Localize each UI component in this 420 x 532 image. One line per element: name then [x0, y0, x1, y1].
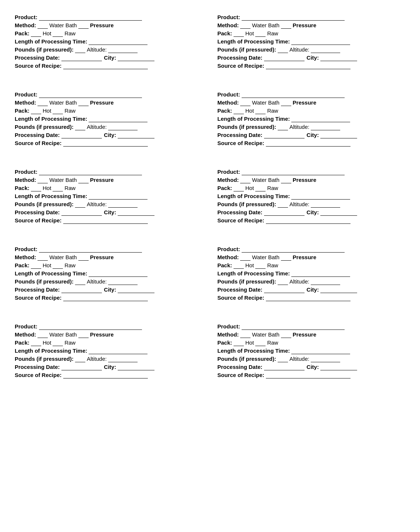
method-blank2[interactable] — [281, 22, 291, 29]
pounds-blank[interactable] — [278, 278, 288, 285]
city-field[interactable] — [118, 54, 154, 61]
pounds-blank[interactable] — [278, 356, 288, 362]
source-field[interactable] — [63, 140, 148, 147]
source-field[interactable] — [266, 295, 350, 301]
pack-blank2[interactable] — [53, 185, 63, 191]
length-field[interactable] — [89, 38, 147, 45]
product-field[interactable] — [242, 323, 345, 330]
pounds-blank[interactable] — [75, 124, 85, 130]
pack-blank1[interactable] — [234, 339, 244, 346]
pack-blank1[interactable] — [31, 339, 41, 346]
pack-blank2[interactable] — [53, 262, 63, 269]
method-blank1[interactable] — [38, 254, 48, 261]
product-field[interactable] — [242, 91, 345, 98]
date-field[interactable] — [61, 286, 102, 293]
method-blank1[interactable] — [38, 22, 48, 29]
product-field[interactable] — [39, 169, 142, 175]
length-field[interactable] — [89, 348, 147, 354]
city-field[interactable] — [118, 364, 154, 370]
altitude-field[interactable] — [108, 201, 138, 208]
date-field[interactable] — [61, 364, 102, 370]
length-field[interactable] — [291, 193, 350, 200]
pack-blank2[interactable] — [255, 30, 266, 37]
pack-blank2[interactable] — [255, 262, 266, 269]
source-field[interactable] — [63, 63, 148, 69]
pounds-blank[interactable] — [75, 201, 85, 208]
pack-blank1[interactable] — [234, 262, 244, 269]
pack-blank1[interactable] — [234, 185, 244, 191]
length-field[interactable] — [291, 270, 350, 277]
city-field[interactable] — [118, 132, 154, 138]
method-blank1[interactable] — [38, 99, 48, 106]
city-field[interactable] — [320, 286, 357, 293]
length-field[interactable] — [291, 38, 350, 45]
product-field[interactable] — [39, 14, 142, 21]
method-blank1[interactable] — [240, 331, 250, 338]
method-blank2[interactable] — [281, 254, 291, 261]
pounds-blank[interactable] — [278, 46, 288, 53]
method-blank2[interactable] — [78, 22, 89, 29]
pounds-blank[interactable] — [75, 356, 85, 362]
pack-blank2[interactable] — [255, 108, 266, 114]
length-field[interactable] — [291, 116, 350, 122]
source-field[interactable] — [266, 63, 350, 69]
city-field[interactable] — [320, 209, 357, 216]
city-field[interactable] — [320, 132, 357, 138]
method-blank2[interactable] — [78, 177, 89, 183]
method-blank1[interactable] — [240, 99, 250, 106]
pack-blank2[interactable] — [53, 108, 63, 114]
product-field[interactable] — [39, 246, 142, 253]
source-field[interactable] — [63, 217, 148, 224]
date-field[interactable] — [264, 209, 305, 216]
method-blank2[interactable] — [281, 99, 291, 106]
method-blank2[interactable] — [78, 99, 89, 106]
pack-blank2[interactable] — [255, 185, 266, 191]
method-blank1[interactable] — [38, 331, 48, 338]
date-field[interactable] — [264, 132, 305, 138]
altitude-field[interactable] — [108, 46, 138, 53]
date-field[interactable] — [264, 364, 305, 370]
product-field[interactable] — [39, 91, 142, 98]
method-blank1[interactable] — [240, 22, 250, 29]
date-field[interactable] — [61, 54, 102, 61]
pack-blank1[interactable] — [31, 185, 41, 191]
method-blank1[interactable] — [240, 177, 250, 183]
date-field[interactable] — [264, 54, 305, 61]
product-field[interactable] — [242, 246, 345, 253]
altitude-field[interactable] — [311, 356, 340, 362]
length-field[interactable] — [89, 116, 147, 122]
length-field[interactable] — [291, 348, 350, 354]
method-blank1[interactable] — [38, 177, 48, 183]
source-field[interactable] — [266, 217, 350, 224]
product-field[interactable] — [242, 14, 345, 21]
altitude-field[interactable] — [311, 278, 340, 285]
pounds-blank[interactable] — [75, 278, 85, 285]
method-blank2[interactable] — [281, 331, 291, 338]
city-field[interactable] — [118, 286, 154, 293]
method-blank2[interactable] — [78, 331, 89, 338]
pack-blank1[interactable] — [234, 30, 244, 37]
city-field[interactable] — [118, 209, 154, 216]
pounds-blank[interactable] — [278, 201, 288, 208]
product-field[interactable] — [39, 323, 142, 330]
pack-blank1[interactable] — [234, 108, 244, 114]
altitude-field[interactable] — [108, 278, 138, 285]
altitude-field[interactable] — [108, 356, 138, 362]
product-field[interactable] — [242, 169, 345, 175]
date-field[interactable] — [61, 132, 102, 138]
pack-blank2[interactable] — [53, 339, 63, 346]
date-field[interactable] — [264, 286, 305, 293]
pack-blank1[interactable] — [31, 262, 41, 269]
pack-blank2[interactable] — [53, 30, 63, 37]
method-blank1[interactable] — [240, 254, 250, 261]
altitude-field[interactable] — [311, 46, 340, 53]
pack-blank1[interactable] — [31, 108, 41, 114]
method-blank2[interactable] — [78, 254, 89, 261]
length-field[interactable] — [89, 270, 147, 277]
altitude-field[interactable] — [311, 124, 340, 130]
source-field[interactable] — [63, 295, 148, 301]
city-field[interactable] — [320, 364, 357, 370]
pack-blank1[interactable] — [31, 30, 41, 37]
city-field[interactable] — [320, 54, 357, 61]
length-field[interactable] — [89, 193, 147, 200]
